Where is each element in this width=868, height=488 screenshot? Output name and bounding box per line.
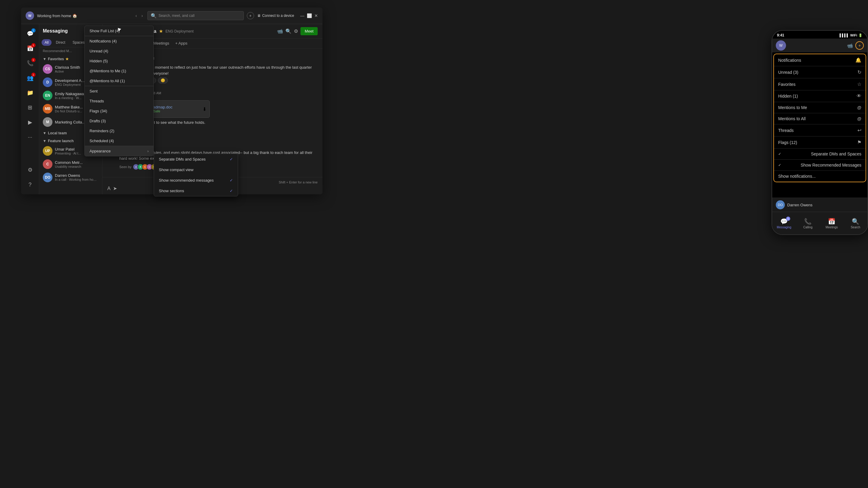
connect-device-button[interactable]: 🖥 Connect to a device [257, 13, 294, 18]
mobile-dropdown-unread[interactable]: Unread (3) ↻ [774, 66, 866, 78]
contact-common-content: Common Metr... Usability research [55, 160, 98, 168]
appearance-recommended-messages[interactable]: Show recommended messages ✓ [154, 175, 238, 186]
rail-help-icon[interactable]: ? [24, 178, 37, 191]
mobile-threads-label: Threads [778, 128, 794, 133]
rail-settings-icon[interactable]: ⚙ [24, 163, 37, 176]
format-icon[interactable]: A [107, 186, 111, 191]
mobile-mentions-me-icon: @ [857, 105, 861, 110]
mobile-mentions-all-label: Mentions to All [778, 116, 806, 121]
filter-tab-all[interactable]: All [41, 39, 52, 46]
rail-activity-icon[interactable]: ▶ [24, 116, 37, 129]
appearance-separate-dms[interactable]: Separate DMs and Spaces ✓ [154, 154, 238, 164]
search-bar[interactable]: 🔍 Search, meet, and call [147, 11, 244, 20]
dropdown-appearance[interactable]: Appearance › [85, 146, 153, 156]
call-icon[interactable]: 📹 [277, 28, 283, 34]
compose-actions-right: ➤ [113, 186, 117, 191]
appearance-compact-view[interactable]: Show compact view [154, 164, 238, 175]
dropdown-notifications[interactable]: Notifications (4) [85, 36, 153, 46]
dropdown-reminders[interactable]: Reminders (2) [85, 126, 153, 136]
mobile-nav-calling-icon: 📞 [804, 218, 812, 225]
dropdown-appearance-label: Appearance [90, 149, 111, 153]
appearance-recommended-messages-check: ✓ [230, 178, 233, 183]
mobile-recommended-check: ✓ [778, 163, 781, 167]
dropdown-mentions-me[interactable]: @Mentions to Me (1) [85, 66, 153, 76]
contact-common-name: Common Metr... [55, 160, 98, 165]
mobile-nav-messaging[interactable]: 💬 5 Messaging [772, 212, 796, 234]
contact-darren[interactable]: DO Darren Owens In a call · Working from… [39, 171, 102, 184]
dropdown-show-full-list[interactable]: Show Full List (4) [85, 26, 153, 36]
download-icon[interactable]: ⬇ [203, 106, 207, 112]
settings-icon[interactable]: ⚙ [294, 28, 298, 34]
avatar-dev-agenda: D [43, 77, 53, 87]
mobile-dropdown-notifications[interactable]: Notifications 🔔 [774, 54, 866, 66]
mobile-dropdown-mentions-me[interactable]: Mentions to Me @ [774, 102, 866, 113]
mobile-contact-avatar: DO [776, 200, 785, 209]
avatar-marketing: M [43, 117, 53, 127]
dropdown-flags[interactable]: Flags (34) [85, 106, 153, 116]
mobile-flags-icon: ⚑ [857, 139, 861, 145]
appearance-recommended-messages-label: Show recommended messages [159, 178, 214, 183]
dropdown-show-full-list-label: Show Full List (4) [90, 29, 120, 33]
appearance-show-sections[interactable]: Show sections ✓ [154, 186, 238, 196]
dropdown-hidden[interactable]: Hidden (5) [85, 56, 153, 66]
mobile-dropdown-show-notifications[interactable]: Show notifications... [774, 171, 866, 182]
rail-calls-icon[interactable]: 📞 1 [24, 57, 37, 70]
sidebar-title: Messaging [43, 28, 68, 34]
reaction-add[interactable]: 😊 [158, 77, 168, 84]
meet-button[interactable]: Meet [301, 27, 318, 35]
tab-meetings[interactable]: Meetings [153, 38, 169, 48]
avatar-darren: DO [43, 173, 53, 182]
tab-apps[interactable]: + Apps [176, 38, 187, 48]
mobile-nav-messaging-label: Messaging [777, 226, 791, 229]
rail-more-icon[interactable]: ··· [24, 130, 37, 144]
rail-apps-icon[interactable]: ⊞ [24, 101, 37, 114]
mobile-dropdown-hidden[interactable]: Hidden (1) 👁 [774, 90, 866, 102]
dropdown-scheduled[interactable]: Scheduled (4) [85, 136, 153, 146]
new-chat-button[interactable]: + [247, 12, 254, 19]
compose-actions-left: A [107, 186, 111, 191]
mobile-nav-search-label: Search [851, 226, 861, 229]
mobile-dropdown-separate-dms[interactable]: ✓ Separate DMs and Spaces [774, 149, 866, 160]
filter-tab-direct[interactable]: Direct [53, 39, 68, 46]
back-button[interactable]: ‹ [134, 13, 138, 19]
dropdown-sent[interactable]: Sent [85, 86, 153, 96]
rail-messaging-icon[interactable]: 💬 1 [24, 27, 37, 40]
minimize-button[interactable]: — [300, 13, 304, 18]
rail-calendar-icon[interactable]: 📅 1 [24, 42, 37, 55]
mobile-nav-calling[interactable]: 📞 Calling [796, 212, 820, 234]
seen-avatars: A B C D E [133, 164, 156, 170]
dropdown-unread[interactable]: Unread (4) [85, 46, 153, 56]
contact-common-sub: Usability research [55, 165, 98, 168]
dropdown-menu: Show Full List (4) Notifications (4) Unr… [84, 26, 154, 156]
mobile-dropdown-container: Notifications 🔔 Unread (3) ↻ Favorites ☆… [773, 54, 866, 182]
send-icon[interactable]: ➤ [113, 186, 117, 191]
mobile-nav-meetings[interactable]: 📅 Meetings [820, 212, 844, 234]
close-button[interactable]: ✕ [314, 13, 318, 18]
avatar-clarissa: CS [43, 64, 53, 74]
mobile-separate-dms-label: Separate DMs and Spaces [811, 152, 861, 156]
forward-button[interactable]: › [140, 13, 144, 19]
rail-people-icon[interactable]: 👥 1 [24, 71, 37, 85]
mobile-bottom-contact[interactable]: DO Darren Owens [772, 198, 867, 212]
rail-files-icon[interactable]: 📁 [24, 86, 37, 99]
mobile-dropdown-mentions-all[interactable]: Mentions to All @ [774, 113, 866, 124]
mobile-dropdown-favorites[interactable]: Favorites ☆ [774, 78, 866, 90]
mobile-dropdown-threads[interactable]: Threads ↩ [774, 124, 866, 136]
dropdown-mentions-all[interactable]: @Mentions to All (1) [85, 76, 153, 86]
avatar-umar: UP [43, 146, 53, 156]
appearance-separate-dms-label: Separate DMs and Spaces [159, 157, 206, 161]
dropdown-drafts[interactable]: Drafts (3) [85, 116, 153, 126]
messaging-badge: 1 [31, 28, 36, 33]
mobile-add-button[interactable]: + [855, 41, 864, 50]
search-channel-icon[interactable]: 🔍 [285, 28, 291, 34]
mobile-dropdown-recommended[interactable]: ✓ Show Recommended Messages [774, 160, 866, 171]
mobile-video-icon[interactable]: 📹 [847, 43, 853, 48]
search-icon: 🔍 [151, 13, 157, 19]
contact-common[interactable]: C Common Metr... Usability research [39, 158, 102, 171]
avatar-matthew: MB [43, 104, 53, 113]
mobile-dropdown-flags[interactable]: Flags (12) ⚑ [774, 136, 866, 149]
dropdown-threads[interactable]: Threads [85, 96, 153, 106]
maximize-button[interactable]: ⬜ [307, 13, 312, 18]
mobile-nav-search[interactable]: 🔍 Search [844, 212, 867, 234]
mobile-show-notifications-label: Show notifications... [778, 174, 816, 178]
